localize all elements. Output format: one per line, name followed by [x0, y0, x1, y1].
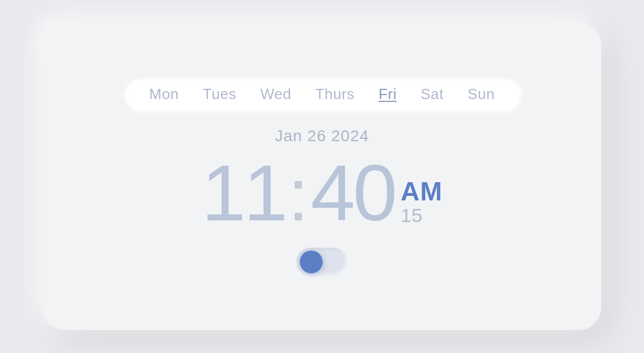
- day-tues[interactable]: Tues: [199, 85, 240, 103]
- time-colon: :: [288, 153, 308, 232]
- date-display: Jan 26 2024: [275, 127, 369, 145]
- toggle-container: [296, 248, 348, 276]
- toggle-knob: [300, 251, 323, 273]
- day-wed[interactable]: Wed: [257, 85, 295, 103]
- day-thurs[interactable]: Thurs: [312, 85, 358, 103]
- time-hours: 11: [201, 153, 286, 233]
- time-minutes: 40: [311, 153, 395, 233]
- am-pm-toggle[interactable]: [296, 248, 348, 276]
- time-secondary: AM 15: [401, 159, 443, 227]
- clock-card: Mon Tues Wed Thurs Fri Sat Sun Jan 26 20…: [43, 23, 601, 330]
- time-seconds: 15: [401, 204, 422, 227]
- day-fri[interactable]: Fri: [375, 85, 400, 103]
- day-sat[interactable]: Sat: [417, 85, 447, 103]
- time-period: AM: [401, 176, 443, 207]
- days-bar: Mon Tues Wed Thurs Fri Sat Sun: [123, 77, 521, 111]
- day-sun[interactable]: Sun: [464, 85, 498, 103]
- day-mon[interactable]: Mon: [146, 85, 182, 103]
- time-display: 11 : 40 AM 15: [201, 153, 442, 233]
